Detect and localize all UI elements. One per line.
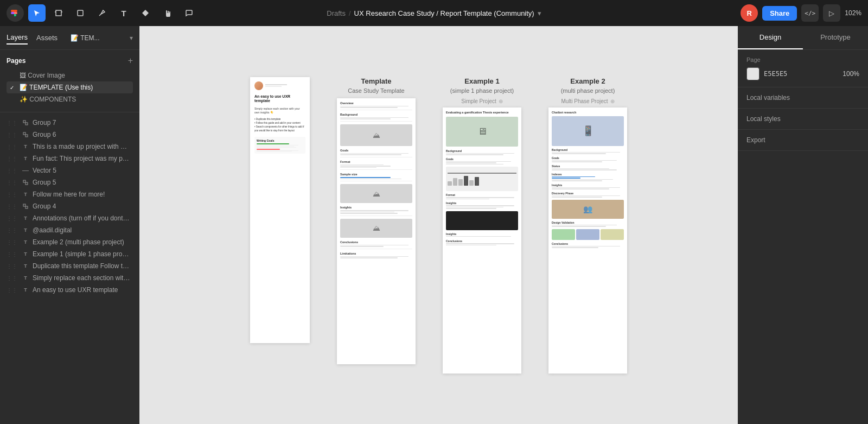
toolbar: T Drafts / UX Research Case Study / Repo… xyxy=(0,0,868,26)
text-icon: T xyxy=(22,143,29,150)
share-button[interactable]: Share xyxy=(762,6,797,21)
layers-section: ⋮⋮ Group 7 ⋮⋮ Group 6 ⋮⋮ T This is a mad… xyxy=(0,112,139,424)
page-opacity-value[interactable]: 100% xyxy=(843,70,859,78)
tab-design[interactable]: Design xyxy=(738,26,803,49)
svg-rect-7 xyxy=(23,132,25,135)
layer-item-group7[interactable]: ⋮⋮ Group 7 xyxy=(0,117,139,129)
layer-item-group5[interactable]: ⋮⋮ Group 5 xyxy=(0,176,139,188)
page-section-title: Page xyxy=(746,56,859,63)
layer-item-replace[interactable]: ⋮⋮ T Simply replace each section with y.… xyxy=(0,272,139,284)
layer-item-example2[interactable]: ⋮⋮ T Example 2 (multi phase project) xyxy=(0,236,139,248)
example1-frame-wrapper: Example 1 (simple 1 phase project) Simpl… xyxy=(443,77,521,374)
svg-rect-10 xyxy=(25,182,28,185)
svg-rect-12 xyxy=(25,206,28,208)
local-styles-section: Local styles xyxy=(738,109,868,130)
export-link[interactable]: Export xyxy=(746,136,859,144)
layer-label: Example 1 (simple 1 phase project) xyxy=(33,250,130,258)
layer-item-text2[interactable]: ⋮⋮ T Fun fact: This project was my part … xyxy=(0,153,139,164)
tab-layers[interactable]: Layers xyxy=(7,31,28,45)
cover-page[interactable]: An easy to use UXR template Simply repla… xyxy=(250,77,310,343)
file-title[interactable]: UX Research Case Study / Report Template… xyxy=(354,9,534,17)
layer-item-group4[interactable]: ⋮⋮ Group 4 xyxy=(0,200,139,212)
present-button[interactable]: ▷ xyxy=(823,4,840,22)
move-tool[interactable] xyxy=(28,4,46,22)
group-icon xyxy=(22,119,29,126)
layer-label: Group 6 xyxy=(33,131,56,138)
layer-item-vector5[interactable]: ⋮⋮ — Vector 5 xyxy=(0,164,139,176)
figma-logo[interactable] xyxy=(7,4,24,22)
layer-item-example1[interactable]: ⋮⋮ T Example 1 (simple 1 phase project) xyxy=(0,248,139,260)
layer-item-group6[interactable]: ⋮⋮ Group 6 xyxy=(0,129,139,141)
pages-section: Pages + 🖼 Cover Image ✓ 📝 TEMPLATE (Use … xyxy=(0,50,139,112)
right-page-section: Page E5E5E5 100% xyxy=(738,50,868,87)
text-tool[interactable]: T xyxy=(115,4,132,22)
pen-tool[interactable] xyxy=(93,4,111,22)
layer-item-annotations[interactable]: ⋮⋮ T Annotations (turn off if you dont w… xyxy=(0,212,139,224)
layer-label: Annotations (turn off if you dont w... xyxy=(33,214,130,222)
pages-header: Pages + xyxy=(7,56,133,65)
panel-collapse-icon[interactable]: ▾ xyxy=(130,34,133,42)
page-color-value[interactable]: E5E5E5 xyxy=(764,70,787,78)
svg-marker-4 xyxy=(142,10,149,16)
layer-label: @aadil.digital xyxy=(33,226,72,234)
tab-assets[interactable]: Assets xyxy=(36,31,58,44)
example1-indicator: ⊕ xyxy=(499,98,503,104)
cover-frame-wrapper: An easy to use UXR template Simply repla… xyxy=(250,77,310,343)
layer-label: Group 7 xyxy=(33,119,56,126)
layer-item-text1[interactable]: ⋮⋮ T This is a made up project with mul.… xyxy=(0,141,139,153)
group-icon xyxy=(22,202,29,210)
local-styles-link[interactable]: Local styles xyxy=(746,115,859,123)
main-layout: Layers Assets 📝 TEM... ▾ Pages + 🖼 Cover… xyxy=(0,26,868,424)
example1-label: Example 1 xyxy=(464,77,499,85)
vector-icon: — xyxy=(22,167,29,174)
example1-page[interactable]: Evaluating a gamification Thesis experie… xyxy=(443,107,521,374)
code-view-button[interactable]: </> xyxy=(801,4,819,22)
layer-label: Fun fact: This project was my part ... xyxy=(33,155,130,162)
page-label-template: 📝 TEMPLATE (Use this) xyxy=(20,84,93,91)
breadcrumb-drafts[interactable]: Drafts xyxy=(327,9,346,17)
page-item-cover[interactable]: 🖼 Cover Image xyxy=(7,69,133,81)
text-icon: T xyxy=(22,214,29,222)
layer-label: Example 2 (multi phase project) xyxy=(33,238,124,246)
comment-tool[interactable] xyxy=(180,4,197,22)
shape-tool[interactable] xyxy=(72,4,89,22)
page-item-components[interactable]: ✨ COMPONENTS xyxy=(7,93,133,105)
local-variables-section: Local variables xyxy=(738,87,868,109)
canvas-frames: An easy to use UXR template Simply repla… xyxy=(228,55,649,395)
svg-rect-11 xyxy=(23,204,25,206)
text-icon: T xyxy=(22,155,29,162)
cover-subtitle: Simply replace each section with your ow… xyxy=(254,107,305,114)
template-page[interactable]: Overview Background ⛰ xyxy=(337,98,416,364)
layer-label: Duplicate this template Follow the ... xyxy=(33,262,130,270)
layer-label: Group 5 xyxy=(33,179,56,186)
file-tab-label[interactable]: 📝 TEM... xyxy=(71,34,121,42)
group-icon xyxy=(22,131,29,138)
layer-item-duplicate[interactable]: ⋮⋮ T Duplicate this template Follow the … xyxy=(0,260,139,272)
tab-prototype[interactable]: Prototype xyxy=(803,26,868,49)
add-page-button[interactable]: + xyxy=(128,56,133,65)
example1-sublabel: (simple 1 phase project) xyxy=(450,87,514,94)
page-color-row: E5E5E5 100% xyxy=(746,67,859,80)
layer-item-easy[interactable]: ⋮⋮ T An easy to use UXR template xyxy=(0,284,139,296)
group-icon xyxy=(22,179,29,186)
right-panel-tabs: Design Prototype xyxy=(738,26,868,50)
hand-tool[interactable] xyxy=(158,4,176,22)
example2-page[interactable]: Chatbot research 📱 Background Goals xyxy=(548,107,627,374)
zoom-level[interactable]: 102% xyxy=(845,9,861,17)
file-breadcrumb: Drafts / UX Research Case Study / Report… xyxy=(327,9,541,17)
dropdown-chevron[interactable]: ▾ xyxy=(538,9,541,17)
template-label: Template xyxy=(361,77,391,85)
page-color-swatch[interactable] xyxy=(746,67,760,80)
frame-tool[interactable] xyxy=(50,4,67,22)
layer-item-followme[interactable]: ⋮⋮ T Follow me here for more! xyxy=(0,188,139,200)
text-icon: T xyxy=(22,238,29,246)
text-icon: T xyxy=(22,262,29,270)
layer-item-aadil[interactable]: ⋮⋮ T @aadil.digital xyxy=(0,224,139,236)
toolbar-right: R Share </> ▷ 102% xyxy=(741,4,861,22)
local-variables-link[interactable]: Local variables xyxy=(746,94,859,102)
canvas[interactable]: An easy to use UXR template Simply repla… xyxy=(139,26,738,424)
layer-label: Follow me here for more! xyxy=(33,191,105,198)
component-tool[interactable] xyxy=(137,4,154,22)
svg-rect-9 xyxy=(23,180,25,182)
page-item-template[interactable]: ✓ 📝 TEMPLATE (Use this) xyxy=(7,81,133,93)
